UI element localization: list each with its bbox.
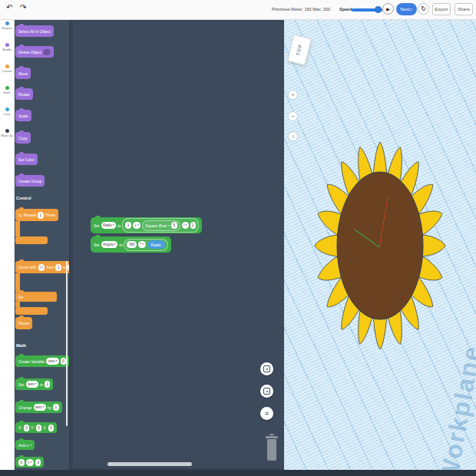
palette-block-select-all[interactable]: Select All In Object — [15, 25, 54, 37]
workspace-block-set-angulo[interactable]: Set Angulo▾ to 360 *▾ Radio — [91, 236, 171, 253]
palette-scrollbar[interactable] — [66, 261, 68, 426]
repeat-count-field[interactable]: 1 — [38, 212, 44, 219]
count-to-field[interactable]: 1 — [68, 264, 69, 271]
fit-view-button[interactable] — [260, 385, 273, 398]
blocks-workspace[interactable]: Set Radio▾ to 1 +▾ Square Root ▾ 5 /▾ 2 … — [69, 19, 284, 470]
sunflower-petal — [315, 235, 340, 256]
radio-variable-dropdown[interactable]: Radio▾ — [101, 222, 117, 229]
undo-icon[interactable]: ↶ — [6, 3, 12, 12]
palette-block-pause[interactable]: Pause — [15, 317, 32, 329]
variable-dropdown[interactable]: item▾ — [46, 358, 58, 365]
z-field[interactable]: 0 — [48, 425, 55, 431]
field-value: 1 — [46, 381, 48, 388]
operator-dropdown[interactable]: /▾ — [182, 222, 189, 229]
zoom-out-button[interactable]: − — [288, 111, 298, 121]
sidebar-item-modify[interactable]: Modify — [0, 41, 14, 62]
operand-a-field[interactable]: 0 — [18, 459, 25, 466]
chevron-down-icon: ▾ — [30, 444, 31, 447]
sidebar-item-control[interactable]: Control — [0, 62, 14, 84]
x-field[interactable]: 0 — [24, 425, 30, 431]
category-dot-markup — [5, 129, 9, 133]
block-label: Set — [94, 223, 100, 228]
value-field[interactable]: 1 — [53, 404, 59, 411]
count-block-arm — [15, 273, 20, 292]
sqrt-expression-group[interactable]: Square Root ▾ 5 — [142, 220, 180, 231]
count-from-field[interactable]: 1 — [55, 264, 61, 271]
field-value: 2 — [192, 222, 194, 229]
operator-dropdown[interactable]: +▾ — [133, 222, 140, 229]
next-button[interactable]: Next ▷ — [396, 3, 417, 15]
variable-dropdown[interactable]: item▾ — [26, 381, 38, 388]
palette-block-move[interactable]: Move — [15, 68, 31, 79]
sidebar-item-data[interactable]: Data — [0, 105, 14, 127]
export-button[interactable]: Export — [432, 3, 451, 15]
sidebar-item-markup[interactable]: Mark Up — [0, 127, 14, 148]
radio-variable-pill[interactable]: Radio — [147, 240, 165, 249]
value-field[interactable]: 5 — [171, 222, 177, 229]
operator-dropdown[interactable]: +▾ — [26, 459, 34, 466]
center-blocks-icon — [263, 365, 270, 372]
palette-block-set-color[interactable]: Set Color — [15, 154, 38, 165]
palette-block-set-variable[interactable]: Set item▾ to 1 — [15, 378, 53, 390]
y-field[interactable]: 0 — [36, 425, 42, 431]
dropdown-value: item — [28, 381, 35, 388]
field-value: 1 — [58, 264, 60, 271]
speed-slider-knob[interactable] — [375, 6, 382, 13]
field-value: 0 — [38, 425, 40, 431]
expression-group: 360 *▾ Radio — [124, 239, 167, 251]
variable-name: Radio — [151, 243, 161, 247]
trash-button[interactable] — [265, 434, 279, 463]
palette-block-create-group[interactable]: Create Group — [15, 175, 45, 187]
palette-block-delete-object[interactable]: Delete Object — [15, 46, 54, 58]
block-label: Count with — [18, 265, 37, 269]
zoom-out-icon: − — [291, 113, 295, 120]
category-label: Data — [4, 113, 10, 117]
center-blocks-button[interactable] — [260, 362, 273, 375]
value-field[interactable]: 1 — [125, 222, 131, 229]
share-button[interactable]: Share — [455, 3, 473, 15]
value-field[interactable]: 2 — [190, 222, 197, 229]
do-label: Do — [18, 295, 23, 299]
restart-button[interactable]: ↻ — [418, 3, 429, 15]
palette-block-xyz[interactable]: X: 0 Y: 0 Z: 0 — [15, 422, 57, 433]
field-value: 0 — [21, 459, 23, 466]
viewport-3d-canvas[interactable]: Workplane TOP + − ⌂ — [284, 19, 476, 470]
zoom-in-button[interactable]: + — [288, 90, 298, 100]
operand-b-field[interactable]: 0 — [35, 459, 41, 466]
block-label: Pause — [18, 321, 29, 326]
primitives-meter: Primitives Meter: 150 Max: 200 — [272, 7, 330, 12]
palette-block-operator[interactable]: 0 +▾ 0 — [15, 457, 44, 468]
palette-block-count-with[interactable]: Count with i▾ from 1 to 1 — [15, 261, 69, 273]
block-label: Create Group — [18, 179, 41, 183]
zoom-level-button[interactable]: = — [260, 407, 273, 420]
palette-block-change-variable[interactable]: Change item▾ by 1 — [15, 402, 62, 413]
angulo-variable-dropdown[interactable]: Angulo▾ — [101, 241, 118, 248]
block-label: Set — [94, 243, 100, 247]
category-sidebar: Shapes Modify Control Math Data Mark Up — [0, 19, 15, 470]
value-field[interactable]: 360 — [127, 241, 137, 248]
block-label: Axis x — [18, 443, 28, 448]
home-view-button[interactable]: ⌂ — [288, 131, 298, 141]
sidebar-item-math[interactable]: Math — [0, 84, 14, 105]
operator-dropdown[interactable]: *▾ — [138, 241, 146, 248]
variable-dropdown[interactable]: item▾ — [34, 404, 46, 411]
value-field[interactable]: 1 — [45, 381, 51, 388]
top-toolbar: ↶ ↷ Primitives Meter: 150 Max: 200 Speed… — [0, 0, 476, 20]
redo-icon[interactable]: ↷ — [20, 3, 26, 12]
sidebar-item-shapes[interactable]: Shapes — [0, 19, 14, 41]
palette-block-create-variable[interactable]: Create Variable item▾ 0 — [15, 355, 69, 367]
dropdown-value: * — [140, 241, 141, 248]
next-button-label: Next — [400, 7, 408, 12]
function-dropdown[interactable]: Square Root — [145, 223, 167, 228]
palette-block-axis[interactable]: Axis x ▾ — [15, 440, 35, 450]
palette-block-rotate[interactable]: Rotate — [15, 88, 33, 100]
play-button[interactable]: ▶ — [382, 3, 394, 15]
block-label: Y: — [31, 425, 34, 430]
palette-block-scale[interactable]: Scale — [15, 110, 31, 121]
palette-block-copy[interactable]: Copy — [15, 132, 31, 144]
count-variable-dropdown[interactable]: i▾ — [38, 264, 45, 271]
workspace-block-set-radio[interactable]: Set Radio▾ to 1 +▾ Square Root ▾ 5 /▾ 2 — [91, 217, 202, 233]
workspace-horizontal-scrollbar[interactable] — [107, 462, 192, 466]
category-dot-modify — [5, 43, 9, 47]
palette-block-repeat[interactable]: ↻ Repeat 1 Times — [15, 209, 58, 221]
